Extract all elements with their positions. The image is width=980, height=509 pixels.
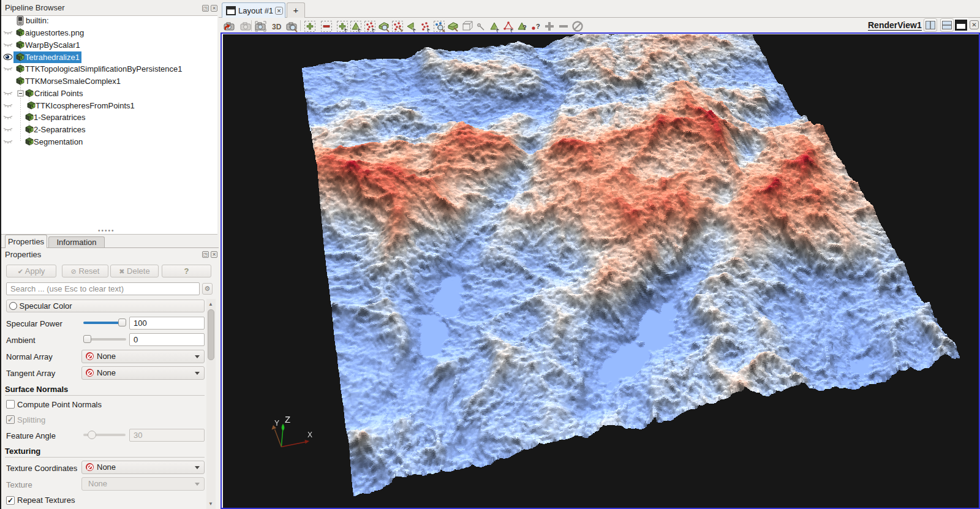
svg-text:Y: Y — [274, 419, 279, 428]
svg-text:Z: Z — [285, 414, 290, 424]
svg-text:3D: 3D — [272, 23, 282, 31]
svg-text:?: ? — [522, 24, 527, 31]
svg-text:?: ? — [536, 23, 540, 30]
svg-text:X: X — [307, 431, 312, 439]
